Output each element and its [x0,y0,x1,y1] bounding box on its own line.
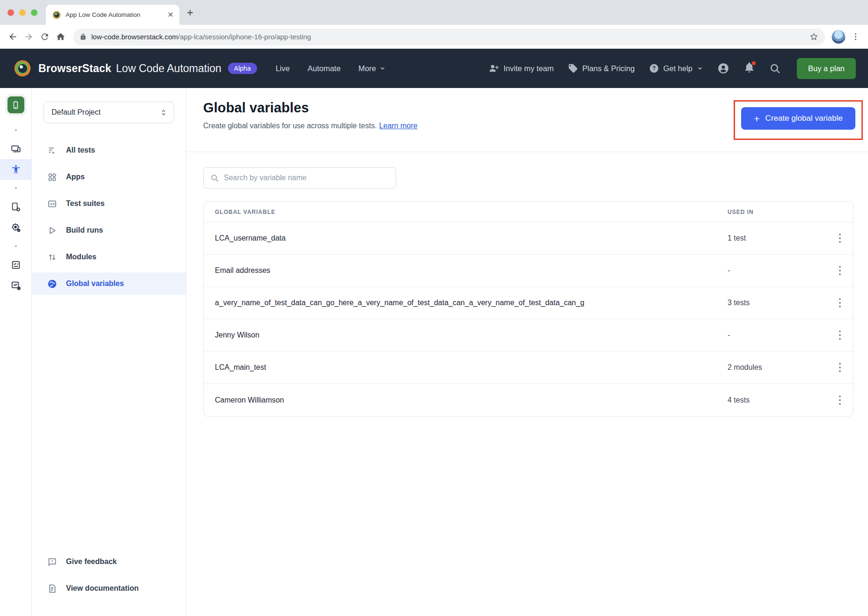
plans-pricing-button[interactable]: Plans & Pricing [568,63,635,73]
row-menu-icon[interactable] [836,328,844,343]
row-menu-icon[interactable] [836,263,844,278]
page-header: Global variables Create global variables… [186,88,868,152]
brand-name: BrowserStack [38,62,111,75]
project-select[interactable]: Default Project [44,102,174,123]
invite-team-button[interactable]: Invite my team [489,63,553,73]
nav-link-more[interactable]: More [359,64,386,73]
notification-dot [752,61,756,65]
learn-more-link[interactable]: Learn more [379,122,418,130]
search-icon[interactable] [769,63,781,74]
project-sidebar: Default Project All tests Apps Test suit… [32,88,186,616]
column-header-global-variable: Global variable [204,209,728,215]
used-in-value: - [728,331,827,339]
macos-window-controls [0,9,46,16]
play-icon [47,226,57,235]
tab-title: App Low Code Automation [66,11,163,18]
rail-item-test-management[interactable] [0,255,32,275]
mobile-phone-icon [11,101,20,110]
back-icon[interactable] [7,31,19,43]
sidebar-footer: Give feedback View documentation [32,550,186,616]
table-row[interactable]: Email addresses - [204,255,853,287]
browser-menu-icon[interactable] [849,31,861,43]
sidebar-item-build-runs[interactable]: Build runs [32,219,186,242]
row-menu-icon[interactable] [836,360,844,375]
tag-icon [568,63,578,73]
used-in-value: 2 modules [728,363,827,372]
app-body: Default Project All tests Apps Test suit… [0,88,868,616]
sidebar-item-global-variables[interactable]: Global variables [32,272,186,295]
table-header: Global variable Used in [204,202,853,222]
sidebar-item-view-documentation[interactable]: View documentation [32,577,186,600]
account-icon[interactable] [717,62,729,74]
modules-icon [47,252,57,262]
table-row[interactable]: Cameron Williamson 4 tests [204,384,853,416]
row-menu-icon[interactable] [836,393,844,408]
annotation-highlight-box: + Create global variable [734,100,863,140]
page-subtitle: Create global variables for use across m… [203,122,418,130]
window-close-button[interactable] [7,9,14,16]
notifications-button[interactable] [743,62,755,75]
home-icon[interactable] [54,31,66,43]
plus-icon: + [754,114,759,124]
reload-icon[interactable] [38,31,51,43]
url-text: low-code.browserstack.com/app-lca/sessio… [91,33,805,41]
lock-icon [80,33,87,40]
variable-name: a_very_name_of_test_data_can_go_here_a_v… [204,299,728,307]
url-domain: low-code.browserstack.com [91,33,178,41]
url-path: /app-lca/session/iphone-16-pro/app-testi… [178,33,311,41]
page-title: Global variables [203,100,418,116]
sidebar-item-give-feedback[interactable]: Give feedback [32,550,186,573]
rail-separator-dot [15,187,17,189]
used-in-value: 3 tests [728,299,827,307]
search-input[interactable] [224,174,389,182]
bookmark-star-icon[interactable] [809,32,818,41]
browserstack-logo [14,60,31,77]
url-bar[interactable]: low-code.browserstack.com/app-lca/sessio… [73,29,825,45]
variable-name: Cameron Williamson [204,396,728,404]
table-row[interactable]: a_very_name_of_test_data_can_go_here_a_v… [204,287,853,319]
table-row[interactable]: LCA_main_test 2 modules [204,352,853,384]
table-row[interactable]: LCA_username_data 1 test [204,222,853,255]
create-global-variable-button[interactable]: + Create global variable [741,107,855,130]
buy-plan-button[interactable]: Buy a plan [797,58,856,79]
nav-links: Live Automate More [276,64,386,73]
main-content: Global variables Create global variables… [186,88,868,616]
top-nav: BrowserStack Low Code Automation Alpha L… [0,49,868,88]
variable-name: LCA_username_data [204,234,728,242]
window-minimize-button[interactable] [19,9,26,16]
table-row[interactable]: Jenny Wilson - [204,319,853,352]
checklist-icon [11,260,21,270]
rail-item-visual-settings[interactable] [0,217,32,238]
content-area: Global variable Used in LCA_username_dat… [186,152,868,616]
apps-grid-icon [47,172,57,182]
svg-text:?: ? [652,65,655,72]
rail-item-insights[interactable] [0,275,32,296]
devices-icon [11,144,21,154]
sidebar-item-modules[interactable]: Modules [32,246,186,268]
device-gear-icon [11,202,21,212]
window-zoom-button[interactable] [31,9,37,16]
tab-close-icon[interactable]: ✕ [168,11,174,19]
get-help-button[interactable]: ? Get help [649,63,703,73]
rail-item-app-testing[interactable] [6,95,26,115]
sidebar-item-apps[interactable]: Apps [32,166,186,188]
browser-tabstrip: App Low Code Automation ✕ + [0,0,868,25]
browser-profile-avatar[interactable] [831,30,846,44]
select-updown-icon [160,109,167,116]
rail-item-device-settings[interactable] [0,197,32,217]
alpha-badge: Alpha [228,63,257,74]
accessibility-icon [11,164,21,175]
forward-icon[interactable] [22,31,35,43]
new-tab-button[interactable]: + [187,6,193,19]
nav-link-automate[interactable]: Automate [308,64,341,73]
used-in-value: 1 test [728,234,827,242]
nav-link-live[interactable]: Live [276,64,290,73]
rail-item-live-testing[interactable] [0,139,32,159]
browser-tab[interactable]: App Low Code Automation ✕ [46,5,179,25]
sidebar-item-test-suites[interactable]: Test suites [32,192,186,215]
row-menu-icon[interactable] [836,295,844,310]
row-menu-icon[interactable] [836,231,844,246]
sidebar-item-all-tests[interactable]: All tests [32,139,186,161]
used-in-value: 4 tests [728,396,827,404]
rail-item-accessibility[interactable] [0,159,32,180]
